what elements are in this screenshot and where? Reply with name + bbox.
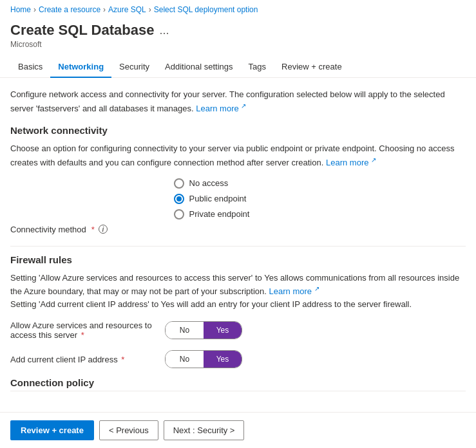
allow-azure-no-btn[interactable]: No [166, 322, 204, 339]
add-client-ip-yes-btn[interactable]: Yes [204, 351, 242, 368]
tab-security[interactable]: Security [111, 57, 157, 78]
allow-azure-row: Allow Azure services and resources to ac… [10, 321, 466, 340]
page-header: Create SQL Database ... Microsoft [0, 19, 476, 54]
page-subtitle: Microsoft [10, 40, 466, 49]
connectivity-method-label: Connectivity method [10, 225, 86, 234]
tab-basics[interactable]: Basics [10, 57, 50, 78]
tab-tags[interactable]: Tags [241, 57, 274, 78]
add-client-ip-no-btn[interactable]: No [166, 351, 204, 368]
radio-circle-no-access [174, 178, 184, 189]
radio-label-private-endpoint: Private endpoint [189, 209, 250, 219]
connectivity-required-star: * [91, 225, 95, 234]
main-content: Configure network access and connectivit… [0, 78, 476, 391]
add-client-ip-toggle[interactable]: No Yes [165, 350, 242, 368]
allow-azure-toggle[interactable]: No Yes [165, 321, 242, 339]
network-connectivity-desc: Choose an option for configuring connect… [10, 142, 466, 169]
add-client-ip-required: * [121, 355, 124, 364]
tab-additional-settings[interactable]: Additional settings [157, 57, 241, 78]
connectivity-radio-group: No access Public endpoint Private endpoi… [10, 178, 466, 219]
previous-button[interactable]: < Previous [99, 420, 158, 440]
review-create-button[interactable]: Review + create [10, 420, 94, 440]
breadcrumb-select-deployment[interactable]: Select SQL deployment option [154, 5, 258, 14]
firewall-divider [10, 246, 466, 247]
intro-text: Configure network access and connectivit… [10, 88, 466, 115]
breadcrumb-home[interactable]: Home [10, 5, 31, 14]
connection-policy-title: Connection policy [10, 377, 466, 391]
tab-networking[interactable]: Networking [50, 57, 111, 78]
breadcrumb-create-resource[interactable]: Create a resource [39, 5, 100, 14]
allow-azure-label: Allow Azure services and resources to ac… [10, 321, 165, 340]
network-connectivity-learn-more[interactable]: Learn more ↗ [326, 158, 376, 167]
tab-bar: Basics Networking Security Additional se… [0, 57, 476, 78]
network-connectivity-title: Network connectivity [10, 125, 466, 136]
footer: Review + create < Previous Next : Securi… [0, 412, 476, 448]
add-client-ip-label: Add current client IP address * [10, 355, 165, 364]
breadcrumb-azure-sql[interactable]: Azure SQL [108, 5, 146, 14]
firewall-desc: Setting 'Allow Azure services and resour… [10, 272, 466, 311]
page-title: Create SQL Database ... [10, 22, 466, 39]
tab-review-create[interactable]: Review + create [274, 57, 350, 78]
firewall-learn-more-link[interactable]: Learn more ↗ [269, 286, 319, 296]
allow-azure-required: * [81, 330, 84, 340]
connectivity-method-row: Connectivity method * i [10, 225, 466, 234]
radio-circle-public-endpoint [174, 194, 184, 204]
add-client-ip-row: Add current client IP address * No Yes [10, 350, 466, 368]
intro-learn-more-link[interactable]: Learn more ↗ [196, 104, 246, 113]
firewall-title: Firewall rules [10, 254, 466, 265]
radio-label-no-access: No access [189, 178, 229, 188]
radio-label-public-endpoint: Public endpoint [189, 194, 247, 203]
radio-no-access[interactable]: No access [174, 178, 303, 189]
next-button[interactable]: Next : Security > [164, 420, 245, 440]
breadcrumb: Home › Create a resource › Azure SQL › S… [0, 0, 476, 19]
radio-private-endpoint[interactable]: Private endpoint [174, 209, 303, 219]
firewall-section: Firewall rules Setting 'Allow Azure serv… [10, 254, 466, 392]
radio-public-endpoint[interactable]: Public endpoint [174, 194, 303, 204]
radio-circle-private-endpoint [174, 209, 184, 219]
allow-azure-yes-btn[interactable]: Yes [204, 322, 242, 339]
connectivity-info-icon[interactable]: i [99, 225, 108, 234]
